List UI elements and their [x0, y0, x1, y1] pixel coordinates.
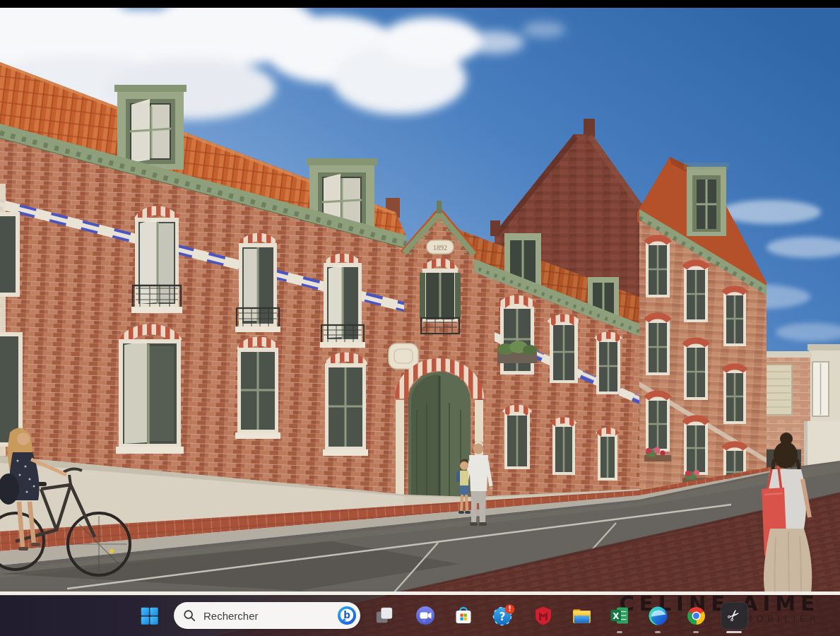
svg-text:X: X — [613, 611, 620, 621]
task-view-button[interactable] — [370, 601, 398, 630]
svg-text:?: ? — [499, 611, 506, 623]
snipping-tool-plate: ✂ — [721, 602, 748, 630]
upper-window-3 — [320, 258, 365, 348]
windows-start-icon — [140, 606, 159, 625]
mcafee-button[interactable] — [529, 601, 557, 630]
lower-window-3 — [323, 357, 368, 456]
top-letterbox-bar — [0, 0, 840, 8]
edge-button[interactable] — [644, 601, 672, 630]
dormer-1 — [114, 85, 187, 170]
tall-dormer — [684, 163, 729, 236]
running-indicator-chrome — [693, 631, 699, 633]
microsoft-store-button[interactable] — [449, 601, 478, 630]
svg-text:b: b — [343, 609, 350, 620]
mcafee-shield-icon — [533, 605, 554, 626]
entrance-gable: 1892 — [389, 201, 483, 529]
desktop-screen: 1892 — [0, 0, 840, 636]
running-indicator-edge — [655, 631, 661, 633]
scissors-icon: ✂ — [723, 605, 744, 625]
snipping-tool-button[interactable]: ✂ — [720, 601, 748, 630]
plaque-year-text: 1892 — [433, 244, 447, 252]
search-icon — [183, 609, 196, 622]
teams-chat-icon — [415, 605, 436, 626]
help-question-icon: ? ! — [492, 603, 516, 628]
edge-icon — [647, 605, 669, 627]
lower-window-2 — [235, 341, 280, 439]
file-explorer-button[interactable] — [567, 601, 596, 630]
chat-button[interactable] — [411, 601, 439, 630]
bing-chat-icon[interactable]: b — [336, 605, 357, 626]
excel-button[interactable]: X — [605, 601, 634, 630]
running-indicator-excel — [617, 631, 622, 633]
door-cartouche — [389, 343, 418, 369]
svg-text:!: ! — [508, 605, 511, 613]
folder-icon — [571, 605, 593, 627]
search-box[interactable]: Rechercher b — [174, 602, 360, 629]
desktop-wallpaper: 1892 — [0, 0, 840, 636]
wallpaper-image: 1892 — [0, 0, 840, 636]
running-indicator-snipping-tool-active — [726, 631, 742, 633]
get-help-button[interactable]: ? ! — [490, 601, 518, 630]
chrome-button[interactable] — [682, 601, 710, 630]
taskbar: Rechercher b — [0, 596, 840, 636]
search-placeholder: Rechercher — [203, 610, 336, 622]
lower-window-1 — [116, 329, 184, 454]
year-plaque: 1892 — [427, 240, 454, 254]
store-bag-icon — [453, 605, 474, 626]
task-view-icon — [374, 606, 394, 625]
chrome-icon — [685, 605, 707, 627]
excel-icon: X — [609, 605, 630, 626]
upper-window-1 — [131, 211, 182, 313]
upper-window-2 — [235, 237, 280, 332]
start-button[interactable] — [135, 601, 163, 630]
